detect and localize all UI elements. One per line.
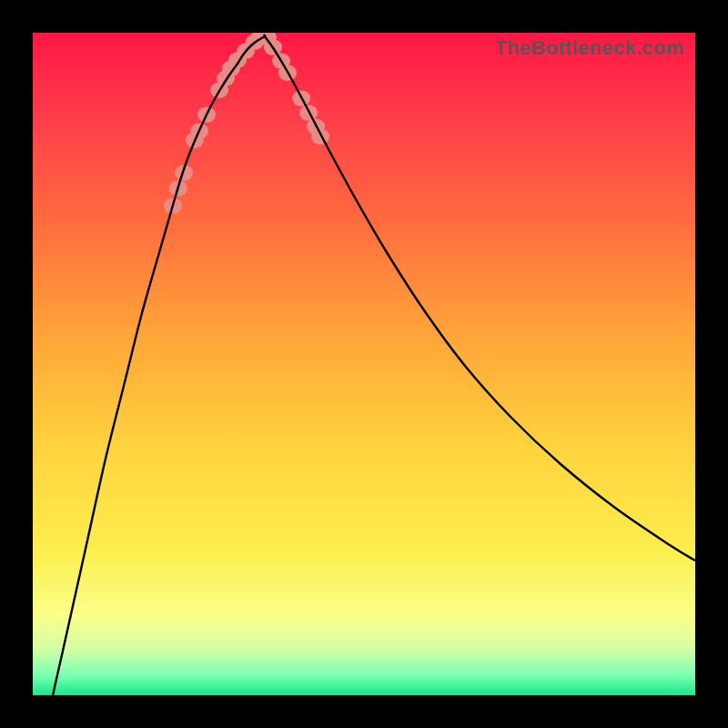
plot-area: TheBottleneck.com xyxy=(33,33,695,695)
bottleneck-curve xyxy=(53,35,695,695)
chart-frame: TheBottleneck.com xyxy=(0,0,728,728)
data-dot xyxy=(311,128,329,145)
curve-overlay xyxy=(33,33,695,695)
data-dots xyxy=(164,33,329,214)
